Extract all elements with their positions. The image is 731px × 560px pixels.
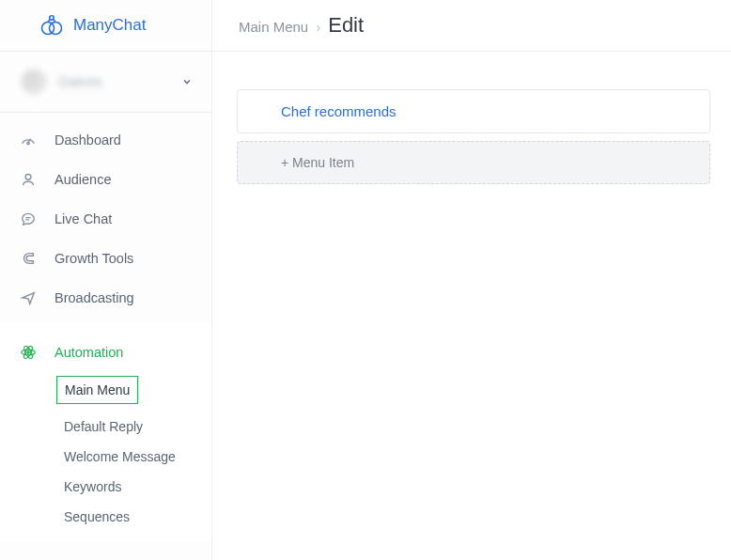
automation-subnav: Main Menu Default Reply Welcome Message … (0, 372, 211, 532)
nav-growth-tools[interactable]: Growth Tools (0, 239, 211, 278)
subnav-sequences[interactable]: Sequences (56, 502, 211, 532)
svg-point-8 (27, 351, 29, 353)
svg-point-3 (27, 142, 29, 144)
nav-label: Automation (54, 345, 123, 360)
atom-icon (19, 344, 38, 361)
nav-label: Live Chat (54, 211, 112, 226)
primary-nav: Dashboard Audience Liv (0, 113, 211, 541)
subnav-main-menu[interactable]: Main Menu (56, 376, 138, 404)
svg-point-2 (50, 16, 54, 20)
svg-point-4 (25, 174, 31, 179)
magnet-icon (19, 250, 38, 267)
chevron-right-icon: › (316, 19, 320, 35)
chat-icon (19, 210, 38, 227)
nav-label: Growth Tools (54, 251, 133, 266)
nav-live-chat[interactable]: Live Chat (0, 199, 211, 239)
breadcrumb-parent[interactable]: Main Menu (239, 19, 308, 35)
topbar: Main Menu › Edit (212, 0, 731, 52)
account-switcher[interactable]: Oakots (0, 52, 211, 112)
manychat-logo-icon (39, 13, 64, 38)
page-title: Edit (328, 13, 364, 38)
subnav-keywords[interactable]: Keywords (56, 472, 211, 502)
nav-label: Dashboard (54, 132, 121, 148)
nav-audience[interactable]: Audience (0, 160, 211, 199)
menu-item-label: Chef recommends (281, 103, 397, 119)
content: Chef recommends + Menu Item (212, 52, 731, 184)
nav-label: Audience (54, 172, 111, 187)
send-icon (19, 289, 38, 306)
person-icon (19, 171, 38, 188)
account-name: Oakots (58, 74, 170, 89)
nav-dashboard[interactable]: Dashboard (0, 120, 211, 160)
nav-automation[interactable]: Automation (0, 333, 211, 372)
add-menu-item-button[interactable]: + Menu Item (237, 141, 710, 184)
nav-label: Broadcasting (54, 290, 134, 305)
brand-name: ManyChat (73, 16, 146, 35)
brand-area[interactable]: ManyChat (0, 0, 211, 51)
nav-broadcasting[interactable]: Broadcasting (0, 278, 211, 318)
subnav-default-reply[interactable]: Default Reply (56, 412, 211, 442)
add-menu-item-label: + Menu Item (281, 155, 354, 170)
gauge-icon (19, 132, 38, 148)
chevron-down-icon (181, 76, 193, 87)
avatar (21, 69, 47, 95)
subnav-welcome-message[interactable]: Welcome Message (56, 442, 211, 472)
main-area: Main Menu › Edit Chef recommends + Menu … (212, 0, 731, 560)
svg-point-1 (50, 23, 62, 35)
sidebar: ManyChat Oakots (0, 0, 212, 560)
nav-automation-group: Automation Main Menu Default Reply Welco… (0, 323, 211, 541)
menu-item-card[interactable]: Chef recommends (237, 89, 710, 133)
